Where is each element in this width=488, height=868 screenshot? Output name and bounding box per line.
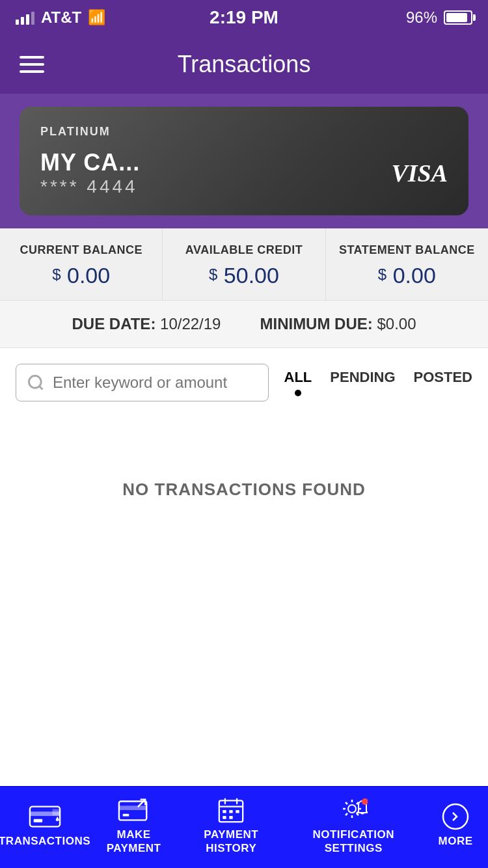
due-date-section: DUE DATE: 10/22/19 MINIMUM DUE: $0.00 bbox=[0, 301, 488, 348]
svg-point-18 bbox=[362, 798, 368, 805]
menu-button[interactable] bbox=[20, 56, 44, 73]
svg-rect-15 bbox=[223, 816, 226, 819]
due-date-text: DUE DATE: 10/22/19 bbox=[72, 315, 221, 333]
credit-card-icon bbox=[29, 804, 61, 830]
due-date-value: 10/22/19 bbox=[160, 315, 221, 332]
empty-state-message: NO TRANSACTIONS FOUND bbox=[122, 480, 365, 500]
minimum-due-value: $0.00 bbox=[377, 315, 416, 332]
notification-icon bbox=[337, 797, 370, 823]
nav-more-label: MORE bbox=[439, 835, 473, 848]
minimum-due-label: MINIMUM DUE: bbox=[260, 315, 372, 332]
card-name: MY CA... bbox=[40, 149, 140, 176]
balance-section: CURRENT BALANCE $ 0.00 AVAILABLE CREDIT … bbox=[0, 228, 488, 301]
status-time: 2:19 PM bbox=[210, 7, 278, 28]
available-credit-item: AVAILABLE CREDIT $ 50.00 bbox=[163, 228, 325, 300]
calendar-icon bbox=[215, 797, 247, 823]
svg-rect-16 bbox=[230, 816, 233, 819]
visa-logo: VISA bbox=[391, 159, 448, 187]
more-icon bbox=[439, 804, 472, 830]
statement-balance-item: STATEMENT BALANCE $ 0.00 bbox=[326, 228, 488, 300]
filter-tabs: ALL PENDING POSTED bbox=[284, 369, 472, 396]
svg-point-0 bbox=[29, 376, 42, 388]
due-date-label: DUE DATE: bbox=[72, 315, 156, 332]
card-type-label: PLATINUM bbox=[40, 125, 448, 139]
svg-rect-6 bbox=[118, 806, 146, 810]
svg-rect-13 bbox=[230, 810, 233, 813]
carrier-label: AT&T bbox=[41, 8, 81, 27]
nav-notification-settings[interactable]: NOTIFICATION SETTINGS bbox=[284, 797, 423, 855]
filter-tab-all[interactable]: ALL bbox=[284, 369, 312, 396]
filter-tab-posted[interactable]: POSTED bbox=[414, 369, 472, 396]
wifi-icon: 📶 bbox=[88, 9, 105, 26]
card-number: **** 4444 bbox=[40, 176, 140, 197]
svg-rect-7 bbox=[122, 814, 129, 817]
current-balance-amount: $ 0.00 bbox=[10, 263, 152, 288]
status-left: AT&T 📶 bbox=[16, 8, 105, 27]
nav-payment-history[interactable]: PAYMENT HISTORY bbox=[178, 797, 284, 855]
card-section: PLATINUM MY CA... **** 4444 VISA bbox=[0, 94, 488, 228]
search-input[interactable] bbox=[53, 373, 258, 392]
search-filter-section: ALL PENDING POSTED bbox=[0, 348, 488, 401]
nav-notification-settings-label: NOTIFICATION SETTINGS bbox=[284, 828, 423, 855]
svg-rect-5 bbox=[118, 802, 146, 821]
statement-balance-label: STATEMENT BALANCE bbox=[336, 243, 478, 258]
signal-icon bbox=[16, 10, 34, 25]
current-balance-item: CURRENT BALANCE $ 0.00 bbox=[0, 228, 163, 300]
search-box[interactable] bbox=[16, 364, 269, 401]
available-credit-amount: $ 50.00 bbox=[173, 263, 314, 288]
status-bar: AT&T 📶 2:19 PM 96% bbox=[0, 0, 488, 35]
header: Transactions bbox=[0, 35, 488, 94]
svg-point-19 bbox=[443, 804, 468, 829]
battery-icon bbox=[444, 10, 472, 25]
current-balance-label: CURRENT BALANCE bbox=[10, 243, 152, 258]
nav-make-payment-label: MAKE PAYMENT bbox=[89, 828, 178, 855]
search-icon bbox=[27, 373, 45, 392]
nav-transactions[interactable]: TRANSACTIONS bbox=[0, 804, 89, 848]
battery-percent: 96% bbox=[406, 8, 437, 27]
nav-payment-history-label: PAYMENT HISTORY bbox=[178, 828, 284, 855]
bottom-nav: TRANSACTIONS MAKE PAYMENT bbox=[0, 786, 488, 868]
available-credit-label: AVAILABLE CREDIT bbox=[173, 243, 314, 258]
empty-state: NO TRANSACTIONS FOUND bbox=[0, 401, 488, 578]
statement-balance-amount: $ 0.00 bbox=[336, 263, 478, 288]
filter-tab-pending[interactable]: PENDING bbox=[330, 369, 395, 396]
svg-line-1 bbox=[39, 387, 42, 390]
svg-rect-4 bbox=[33, 819, 42, 822]
svg-point-17 bbox=[348, 805, 356, 813]
nav-transactions-label: TRANSACTIONS bbox=[0, 835, 90, 848]
credit-card[interactable]: PLATINUM MY CA... **** 4444 VISA bbox=[20, 107, 468, 215]
nav-make-payment[interactable]: MAKE PAYMENT bbox=[89, 797, 178, 855]
minimum-due-text: MINIMUM DUE: $0.00 bbox=[260, 315, 416, 333]
svg-rect-14 bbox=[236, 810, 239, 813]
page-title: Transactions bbox=[178, 51, 311, 78]
nav-more[interactable]: MORE bbox=[423, 804, 488, 848]
svg-rect-12 bbox=[223, 810, 226, 813]
payment-icon bbox=[118, 797, 150, 823]
status-right: 96% bbox=[406, 8, 472, 27]
